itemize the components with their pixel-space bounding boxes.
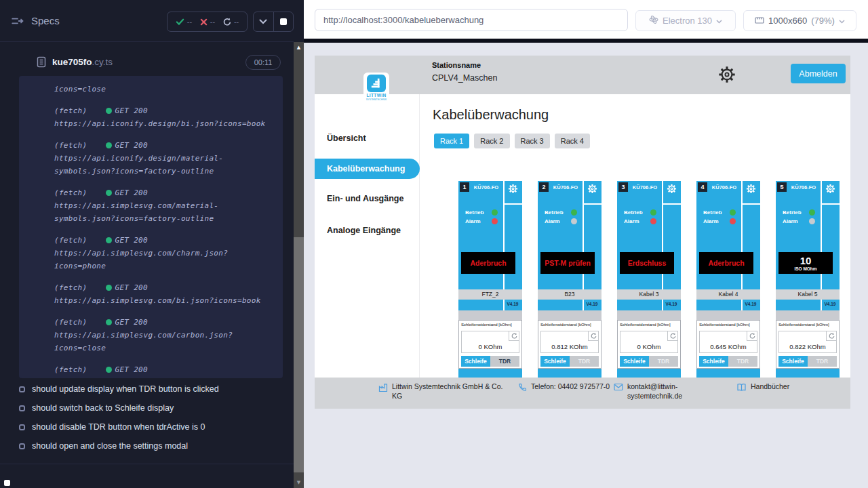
app-footer: Littwin Systemtechnik GmbH & Co. KG Tele…	[315, 378, 850, 409]
card-bottom-strip	[696, 369, 760, 378]
schleife-button[interactable]: Schleife	[461, 356, 490, 367]
scrollbar-down-icon[interactable]: ▼	[294, 480, 304, 485]
schleife-button[interactable]: Schleife	[699, 356, 728, 367]
card-gear-icon[interactable]	[667, 184, 677, 194]
log-entry[interactable]: (fetch) GET 200 https://api.iconify.desi…	[54, 139, 273, 178]
mode-buttons: Schleife TDR	[540, 356, 599, 367]
resistance-readout: 0.822 KOhm	[778, 331, 837, 353]
schleife-button[interactable]: Schleife	[778, 356, 808, 367]
rack-tab[interactable]: Rack 4	[555, 134, 590, 148]
tdr-button[interactable]: TDR	[649, 356, 678, 367]
gear-section-divider	[743, 203, 760, 205]
device-model: KÜ706-FO	[788, 184, 819, 190]
test-row[interactable]: should update display when TDR button is…	[0, 380, 294, 399]
collapse-button[interactable]	[254, 12, 274, 31]
card-gear-icon[interactable]	[508, 184, 518, 194]
scrollbar-thumb[interactable]	[294, 237, 304, 472]
test-row[interactable]: should disable TDR button when tdrActive…	[0, 418, 294, 436]
rack-tab[interactable]: Rack 3	[515, 134, 550, 148]
log-url: https://api.simplesvg.com/bi.json?icons=…	[54, 294, 273, 307]
log-entry-head: (fetch) GET 200	[54, 186, 273, 199]
log-result: GET 200	[115, 234, 147, 247]
footer-manuals-link[interactable]: Handbücher	[736, 382, 789, 392]
tdr-button[interactable]: TDR	[570, 356, 599, 367]
rack-tab[interactable]: Rack 2	[474, 134, 509, 148]
log-entry[interactable]: icons=close	[54, 83, 273, 96]
log-source: (fetch)	[54, 186, 87, 199]
device-card: 2 KÜ706-FO Betrieb Alarm PST-M prüfen	[538, 181, 601, 378]
test-title: should open and close the settings modal	[32, 441, 188, 451]
tdr-button[interactable]: TDR	[728, 356, 757, 367]
sidebar-nav-item[interactable]: Analoge Eingänge	[327, 226, 401, 235]
alarm-led	[730, 218, 736, 224]
log-entry[interactable]: (fetch) GET 200 https://api.simplesvg.co…	[54, 186, 273, 225]
chevron-down-icon	[839, 16, 845, 26]
log-result: GET 200	[115, 139, 147, 152]
log-entry-head: (fetch) GET 200	[54, 104, 273, 117]
rack-tabs: Rack 1 Rack 2 Rack 3 Rack 4	[434, 134, 590, 148]
card-gear-icon[interactable]	[746, 184, 756, 194]
rack-tab[interactable]: Rack 1	[434, 134, 469, 148]
footer-email[interactable]: kontakt@littwin-systemtechnik.de	[614, 382, 695, 401]
test-row[interactable]: should switch back to Schleife display	[0, 399, 294, 418]
tdr-button[interactable]: TDR	[490, 356, 519, 367]
log-entry-head: (fetch) GET 200	[54, 139, 273, 152]
card-gear-icon[interactable]	[825, 184, 835, 194]
schleife-button[interactable]: Schleife	[540, 356, 570, 367]
alarm-led	[650, 218, 656, 224]
specs-toggle-icon[interactable]	[11, 15, 24, 30]
firmware-version: V4.19	[821, 302, 840, 306]
sidebar-nav-item[interactable]: Ein- und Ausgänge	[327, 194, 403, 203]
power-led	[571, 209, 577, 216]
log-url: https://api.simplesvg.com/charm.json?ico…	[54, 247, 273, 272]
runner-header: Specs -- --	[0, 0, 294, 42]
tdr-button[interactable]: TDR	[808, 356, 837, 367]
app-header: Stationsname CPLV4_Maschen Abmelden	[315, 56, 850, 94]
card-bottom-strip	[776, 369, 840, 378]
display-alarm-text: Aderbruch	[470, 259, 506, 267]
power-led-label: Betrieb	[703, 209, 722, 216]
log-entry[interactable]: (fetch) GET 200 https://api.simplesvg.co…	[54, 234, 273, 272]
test-row[interactable]: should open and close the settings modal	[0, 436, 294, 455]
settings-gear-icon[interactable]	[717, 65, 736, 84]
logout-button[interactable]: Abmelden	[791, 64, 846, 83]
resistance-label: Schleifenwiderstand [kOhm]	[538, 321, 601, 327]
cross-icon	[200, 18, 208, 26]
refresh-button[interactable]	[667, 331, 677, 341]
url-input[interactable]: http://localhost:3000/kabelueberwachung	[315, 9, 628, 31]
log-entry[interactable]: (fetch) GET 200 https://api.simplesvg.co…	[54, 363, 273, 378]
firmware-version: V4.19	[741, 302, 760, 306]
stat-failed: --	[200, 18, 215, 26]
gear-section-divider	[584, 203, 601, 205]
refresh-button[interactable]	[826, 331, 836, 341]
browser-selector[interactable]: Electron 130	[635, 10, 736, 31]
slot-number-badge: 1	[460, 182, 469, 192]
resistance-readout: 0.645 KOhm	[699, 331, 757, 353]
sidebar-nav-item[interactable]: Übersicht	[327, 134, 366, 143]
runner-scrollbar[interactable]: ▲ ▼	[294, 42, 304, 488]
book-icon	[736, 383, 747, 392]
page-title: Kabelüberwachung	[433, 107, 549, 123]
test-title: should update display when TDR button is…	[32, 384, 219, 394]
scrollbar-up-icon[interactable]: ▲	[294, 45, 304, 50]
log-entry-head: (fetch) GET 200	[54, 234, 273, 247]
device-card: 4 KÜ706-FO Betrieb Alarm Aderbruch	[696, 181, 760, 378]
refresh-button[interactable]	[747, 331, 757, 341]
log-url: https://api.iconify.design/material-symb…	[54, 152, 273, 178]
log-entry[interactable]: (fetch) GET 200 https://api.iconify.desi…	[54, 104, 273, 130]
card-gear-icon[interactable]	[587, 184, 597, 194]
log-url: https://api.simplesvg.com/carbon.json?ic…	[54, 329, 273, 354]
log-entry[interactable]: (fetch) GET 200 https://api.simplesvg.co…	[54, 316, 273, 354]
runner-bottom-toggle[interactable]	[4, 480, 10, 486]
alarm-led	[492, 218, 498, 224]
log-entry[interactable]: (fetch) GET 200 https://api.simplesvg.co…	[54, 281, 273, 307]
power-led-label: Betrieb	[783, 209, 802, 216]
resistance-readout: 0 KOhm	[461, 331, 519, 353]
sidebar-nav-item[interactable]: Kabelüberwachung	[315, 159, 420, 179]
refresh-button[interactable]	[588, 331, 598, 341]
viewport-size-selector[interactable]: 1000x660 (79%)	[743, 10, 856, 31]
schleife-button[interactable]: Schleife	[620, 356, 649, 367]
spec-file-row[interactable]: kue705fo.cy.ts 00:11	[0, 53, 294, 73]
refresh-button[interactable]	[509, 331, 519, 341]
stop-button[interactable]	[274, 12, 294, 31]
